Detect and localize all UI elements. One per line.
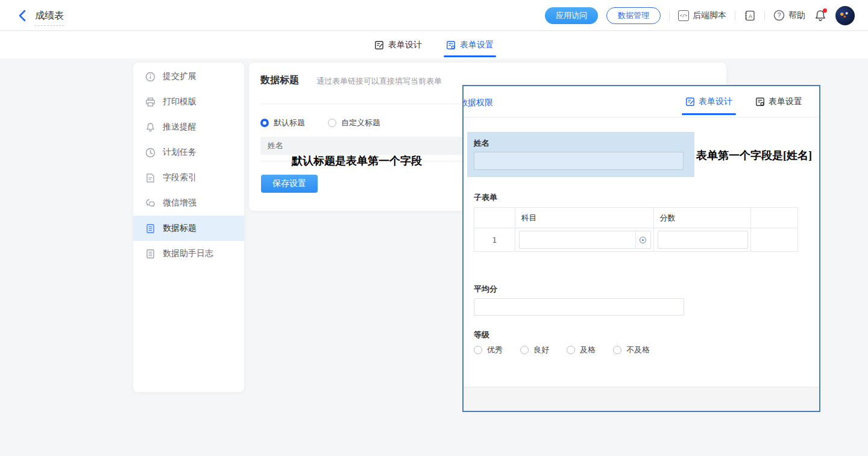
preview-tab-form-settings[interactable]: 表单设置 [755, 86, 802, 117]
app-access-button[interactable]: 应用访问 [545, 7, 598, 24]
svg-text:?: ? [778, 11, 781, 19]
topbar: 成绩表 应用访问 数据管理 </> 后端脚本 A [0, 0, 868, 31]
grade-option-pass[interactable]: 及格 [567, 345, 596, 355]
grade-options: 优秀 良好 及格 不及格 [474, 345, 650, 355]
grade-option-good[interactable]: 良好 [520, 345, 549, 355]
divider [669, 11, 670, 20]
panel-subtitle: 通过表单链接可以直接填写当前表单 [316, 76, 442, 87]
tab-data-permission[interactable]: 数据权限 [462, 98, 493, 108]
form-settings-icon [446, 40, 456, 50]
code-icon: </> [678, 10, 689, 21]
divider [764, 11, 765, 20]
clock-icon [145, 148, 156, 158]
tab-form-design[interactable]: 表单设计 [374, 31, 422, 58]
target-icon [640, 237, 646, 243]
wechat-icon [145, 198, 156, 208]
subject-picker-button[interactable] [635, 231, 650, 248]
radio-selected-icon [260, 119, 269, 127]
form-design-icon [685, 97, 695, 107]
list-doc-icon [145, 249, 156, 259]
sidebar-item-wechat-enhance[interactable]: 微信增强 [133, 190, 244, 216]
annotation-default-title: 默认标题是表单第一个字段 [292, 154, 422, 168]
row-actions-cell [750, 228, 798, 252]
radio-unselected-icon [328, 119, 336, 127]
subform-table: 科目 分数 1 [474, 207, 798, 252]
help-button[interactable]: ? 帮助 [773, 10, 805, 21]
app-window: 成绩表 应用访问 数据管理 </> 后端脚本 A [0, 0, 868, 456]
save-settings-button[interactable]: 保存设置 [261, 175, 318, 193]
backend-script-button[interactable]: </> 后端脚本 [678, 10, 726, 21]
chevron-left-icon [16, 8, 30, 23]
score-input[interactable] [658, 231, 748, 249]
subform-col-subject: 科目 [515, 208, 653, 228]
user-avatar[interactable] [835, 6, 855, 25]
panel-title: 数据标题 [260, 74, 299, 87]
topbar-actions: 应用访问 数据管理 </> 后端脚本 A [545, 0, 855, 31]
form-design-icon [374, 40, 384, 50]
subform-header-row: 科目 分数 [474, 208, 798, 228]
printer-icon [145, 97, 156, 107]
average-label: 平均分 [474, 284, 497, 295]
subform-row: 1 [474, 228, 798, 252]
bell-icon [145, 122, 156, 133]
sidebar-item-data-assistant-log[interactable]: 数据助手日志 [133, 241, 244, 266]
title-mode-radios: 默认标题 自定义标题 [260, 117, 380, 128]
preview-footer [464, 387, 819, 411]
radio-unselected-icon [613, 346, 621, 354]
subform-label: 子表单 [474, 192, 497, 203]
radio-default-title[interactable]: 默认标题 [260, 117, 305, 128]
notification-button[interactable] [814, 9, 827, 22]
annotation-first-field: 表单第一个字段是[姓名] [696, 148, 812, 163]
form-preview-panel: 数据权限 表单设计 [462, 85, 820, 412]
subject-input[interactable] [519, 231, 651, 249]
subform-col-score: 分数 [653, 208, 750, 228]
journal-icon: A [744, 10, 756, 22]
sidebar-item-submit-extension[interactable]: 提交扩展 [133, 64, 244, 89]
form-title[interactable]: 成绩表 [35, 10, 64, 26]
notification-dot [823, 8, 827, 13]
svg-text:A: A [749, 13, 752, 19]
sidebar-item-push-reminder[interactable]: 推送提醒 [133, 114, 244, 140]
radio-custom-title[interactable]: 自定义标题 [328, 117, 380, 128]
sidebar-item-field-index[interactable]: 字段索引 [133, 165, 244, 190]
field-name-input[interactable] [474, 152, 684, 170]
file-icon [145, 173, 156, 183]
divider [735, 11, 735, 20]
row-index: 1 [474, 228, 515, 252]
grade-option-excellent[interactable]: 优秀 [474, 345, 503, 355]
sidebar-item-scheduled-task[interactable]: 计划任务 [133, 140, 244, 165]
tab-form-settings[interactable]: 表单设置 [446, 31, 494, 58]
grade-option-fail[interactable]: 不及格 [613, 345, 650, 355]
sidebar-item-print-template[interactable]: 打印模版 [133, 89, 244, 114]
list-doc-icon [145, 223, 156, 234]
subform-col-index [474, 208, 515, 228]
average-input[interactable] [474, 298, 684, 316]
form-settings-icon [755, 97, 765, 107]
preview-tabs: 表单设计 表单设置 [685, 86, 802, 117]
question-icon: ? [773, 10, 785, 21]
back-button[interactable] [16, 8, 30, 23]
data-manage-button[interactable]: 数据管理 [606, 7, 661, 24]
sidebar-item-data-title[interactable]: 数据标题 [133, 216, 244, 241]
preview-tab-form-design[interactable]: 表单设计 [685, 86, 732, 117]
view-tabbar: 表单设计 表单设置 [0, 31, 868, 58]
settings-sidebar: 提交扩展 打印模版 推送提醒 计划任务 字段索引 [133, 63, 244, 392]
preview-header: 数据权限 表单设计 [464, 86, 819, 117]
field-name-highlighted[interactable]: 姓名 [467, 132, 694, 177]
radio-unselected-icon [567, 346, 575, 354]
info-icon [145, 72, 156, 82]
radio-unselected-icon [474, 346, 482, 354]
radio-unselected-icon [520, 346, 529, 354]
subform-col-extra [750, 208, 798, 228]
field-name-label: 姓名 [474, 138, 489, 149]
grade-label: 等级 [474, 330, 489, 340]
journal-button[interactable]: A [744, 10, 756, 22]
